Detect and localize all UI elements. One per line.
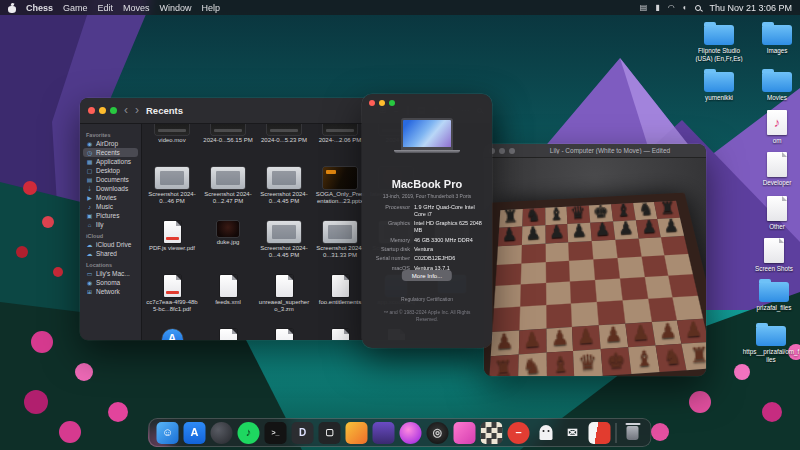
board-square[interactable] bbox=[519, 305, 546, 330]
dock-terminal[interactable]: >_ bbox=[265, 422, 287, 444]
sidebar-item-music[interactable]: ♪Music bbox=[83, 202, 138, 211]
board-square[interactable]: ♟ bbox=[522, 225, 545, 245]
sidebar-item-lily-s-mac[interactable]: ▭Lily's Mac... bbox=[83, 269, 138, 278]
board-square[interactable] bbox=[644, 276, 673, 299]
file-pdf-js-viewer-pdf[interactable]: PDF.js viewer.pdf bbox=[144, 217, 200, 271]
battery-icon[interactable]: ▮ bbox=[655, 4, 659, 12]
zoom-button[interactable] bbox=[110, 107, 117, 114]
board-square[interactable]: ♟ bbox=[677, 318, 706, 344]
file-2024-2-06-pm[interactable]: 2024-...2.06 PM bbox=[312, 124, 368, 163]
board-square[interactable]: ♟ bbox=[498, 226, 522, 246]
sidebar-item-recents[interactable]: ◷Recents bbox=[83, 148, 138, 157]
dock-red-badge-app[interactable]: – bbox=[508, 422, 530, 444]
file-screenshot-2024-0-46-pm[interactable]: Screenshot 2024-0...46 PM bbox=[144, 163, 200, 217]
file-screenshot-2024-0-31-33-pm[interactable]: Screenshot 2024-0...31.33 PM bbox=[312, 217, 368, 271]
board-square[interactable]: ♟ bbox=[613, 220, 638, 239]
sidebar-item-desktop[interactable]: ▢Desktop bbox=[83, 166, 138, 175]
board-square[interactable] bbox=[568, 241, 593, 262]
desktop-icon-https-prizafal-om-files[interactable]: https__prizafal/om_files bbox=[742, 326, 800, 363]
minimize-button[interactable] bbox=[379, 100, 385, 106]
file-item[interactable] bbox=[256, 325, 312, 340]
menu-game[interactable]: Game bbox=[63, 3, 88, 13]
file-feeds-xml[interactable]: feeds.xml bbox=[200, 271, 256, 325]
dock-trash[interactable] bbox=[622, 422, 644, 444]
board-square[interactable]: ♟ bbox=[651, 320, 682, 346]
desktop-icon-screen-shots[interactable]: Screen Shots bbox=[745, 238, 800, 273]
dock-chess[interactable] bbox=[481, 422, 503, 444]
stage-manager-icon[interactable]: ▤ bbox=[640, 4, 648, 12]
desktop-icon-images[interactable]: Images bbox=[748, 25, 800, 55]
forward-icon[interactable]: › bbox=[135, 104, 139, 116]
board-square[interactable]: ♟ bbox=[625, 321, 655, 347]
file-item[interactable] bbox=[144, 325, 200, 340]
board-square[interactable]: ♟ bbox=[546, 326, 574, 353]
board-square[interactable]: ♝ bbox=[546, 351, 575, 376]
board-square[interactable]: ♟ bbox=[599, 323, 628, 349]
desktop-icon-prizafal-files[interactable]: prizafal_files bbox=[745, 282, 800, 312]
board-square[interactable]: ♜ bbox=[489, 355, 518, 376]
board-square[interactable] bbox=[495, 264, 521, 286]
back-icon[interactable]: ‹ bbox=[124, 104, 128, 116]
regulatory-certification-link[interactable]: Regulatory Certification bbox=[362, 296, 492, 302]
board-square[interactable]: ♟ bbox=[568, 223, 592, 242]
file-2024-0-56-15-pm[interactable]: 2024-0...56.15 PM bbox=[200, 124, 256, 163]
desktop-icon-developer[interactable]: Developer bbox=[748, 152, 800, 187]
board-square[interactable] bbox=[593, 258, 619, 280]
board-square[interactable]: ♟ bbox=[572, 325, 600, 351]
board-square[interactable] bbox=[570, 280, 597, 303]
board-square[interactable]: ♟ bbox=[658, 218, 684, 237]
sidebar-item-icloud-drive[interactable]: ☁iCloud Drive bbox=[83, 240, 138, 249]
board-square[interactable] bbox=[592, 239, 617, 259]
menu-clock[interactable]: Thu Nov 21 3:06 PM bbox=[709, 3, 792, 13]
file-foo-entitlements[interactable]: foo.entitlements bbox=[312, 271, 368, 325]
dock-magenta-app[interactable] bbox=[400, 422, 422, 444]
file-duke-jpg[interactable]: duke.jpg bbox=[200, 217, 256, 271]
board-square[interactable]: ♛ bbox=[573, 350, 602, 376]
sidebar-item-pictures[interactable]: ▣Pictures bbox=[83, 211, 138, 220]
board-square[interactable]: ♚ bbox=[601, 348, 631, 376]
sidebar-item-downloads[interactable]: ⇣Downloads bbox=[83, 184, 138, 193]
app-menu-chess[interactable]: Chess bbox=[26, 3, 53, 13]
dock-app-store[interactable]: A bbox=[184, 422, 206, 444]
desktop-icon-flipnote-studio-usa-en-fr-es[interactable]: Flipnote Studio (USA) (En,Fr,Es) bbox=[690, 25, 748, 62]
desktop-icon-yumenikki[interactable]: yumenikki bbox=[690, 72, 748, 102]
file-screenshot-2024-0-2-47-pm[interactable]: Screenshot 2024-0...2.47 PM bbox=[200, 163, 256, 217]
board-square[interactable] bbox=[595, 279, 622, 302]
board-square[interactable]: ♟ bbox=[518, 328, 546, 355]
board-square[interactable] bbox=[615, 238, 641, 258]
file-cc7c7eaa-4f99-48b5-bc-8fc1-pdf[interactable]: cc7c7eaa-4f99-48b5-bc...8fc1.pdf bbox=[144, 271, 200, 325]
desktop-icon-om[interactable]: om bbox=[748, 110, 800, 145]
file-soga-only-presentation-23-pptx[interactable]: SOGA_Only_Presentation...23.pptx bbox=[312, 163, 368, 217]
board-square[interactable] bbox=[669, 274, 698, 297]
dock-red-glass-app[interactable] bbox=[589, 422, 611, 444]
dock-dark-circle-app[interactable] bbox=[211, 422, 233, 444]
board-square[interactable]: ♝ bbox=[628, 346, 659, 374]
file-screenshot-2024-0-4-45-pm[interactable]: Screenshot 2024-0...4.45 PM bbox=[256, 163, 312, 217]
zoom-button[interactable] bbox=[389, 100, 395, 106]
close-button[interactable] bbox=[88, 107, 95, 114]
board-square[interactable] bbox=[521, 243, 545, 264]
menu-edit[interactable]: Edit bbox=[98, 3, 114, 13]
wifi-icon[interactable]: ◠ bbox=[668, 4, 675, 12]
menu-moves[interactable]: Moves bbox=[123, 3, 150, 13]
sidebar-item-network[interactable]: ⊞Network bbox=[83, 287, 138, 296]
board-square[interactable]: ♜ bbox=[682, 342, 706, 370]
board-square[interactable]: ♟ bbox=[590, 221, 615, 240]
file-item[interactable] bbox=[200, 325, 256, 340]
menu-help[interactable]: Help bbox=[202, 3, 221, 13]
zoom-button[interactable] bbox=[509, 148, 515, 154]
board-square[interactable] bbox=[494, 285, 521, 309]
board-square[interactable] bbox=[661, 235, 688, 255]
dock-orange-app[interactable] bbox=[346, 422, 368, 444]
dock-spotify[interactable]: ♪ bbox=[238, 422, 260, 444]
file-unreaeal-superhero-3-zm[interactable]: unreaeal_superhero_3.zm bbox=[256, 271, 312, 325]
apple-menu-icon[interactable] bbox=[8, 3, 16, 13]
board-square[interactable]: ♟ bbox=[491, 330, 519, 357]
more-info-button[interactable]: More Info... bbox=[402, 270, 452, 281]
close-button[interactable] bbox=[369, 100, 375, 106]
board-square[interactable]: ♟ bbox=[635, 219, 661, 238]
control-center-icon[interactable]: ◐ bbox=[683, 4, 688, 12]
dock-finder[interactable]: ☺ bbox=[157, 422, 179, 444]
board-square[interactable] bbox=[665, 254, 693, 275]
dock-pink-app[interactable] bbox=[454, 422, 476, 444]
